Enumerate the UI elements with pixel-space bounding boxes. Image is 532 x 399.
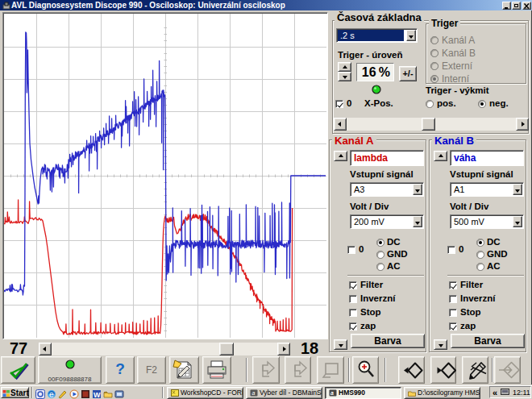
svg-text:a: a <box>252 390 256 396</box>
svg-text:W: W <box>94 391 101 399</box>
svg-text:a: a <box>330 390 334 396</box>
svg-text:e: e <box>49 390 54 399</box>
